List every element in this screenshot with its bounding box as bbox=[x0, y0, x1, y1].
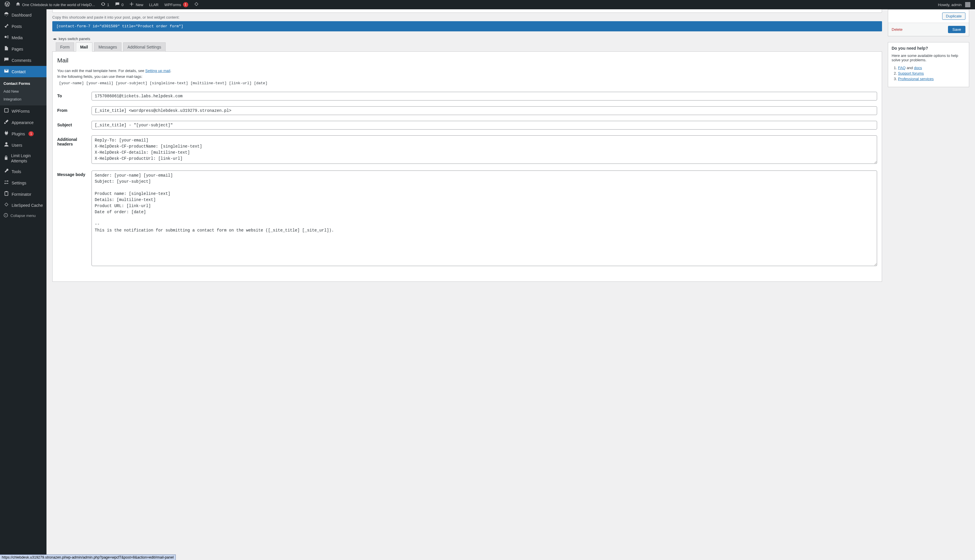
svg-rect-6 bbox=[5, 203, 8, 206]
label-from: From bbox=[57, 106, 89, 113]
help-intro: Here are some available options to help … bbox=[892, 53, 965, 62]
arrows-icon: ◂▸ bbox=[53, 37, 57, 41]
sidebar-item-media[interactable]: Media bbox=[0, 32, 47, 43]
sidebar-label: Users bbox=[12, 143, 22, 148]
input-subject[interactable] bbox=[92, 121, 877, 130]
sidebar-submenu-contact: Contact Forms Add New Integration bbox=[0, 77, 47, 105]
sidebar-item-dashboard[interactable]: Dashboard bbox=[0, 9, 47, 21]
sidebar-item-pages[interactable]: Pages bbox=[0, 43, 47, 55]
wpforms-badge: 1 bbox=[183, 2, 188, 7]
sidebar-item-settings[interactable]: Settings bbox=[0, 177, 47, 188]
collapse-label: Collapse menu bbox=[10, 213, 36, 218]
clipboard-icon bbox=[3, 191, 9, 198]
input-from[interactable] bbox=[92, 106, 877, 115]
save-button[interactable]: Save bbox=[948, 26, 965, 33]
wpforms-item[interactable]: WPForms 1 bbox=[162, 0, 191, 9]
avatar bbox=[965, 2, 970, 7]
sidebar-item-comments[interactable]: Comments bbox=[0, 55, 47, 66]
sidebar-label: Settings bbox=[12, 181, 27, 185]
wpforms-label: WPForms bbox=[165, 3, 181, 7]
sidebar-label: Plugins bbox=[12, 132, 25, 136]
publish-box: Duplicate Delete Save bbox=[888, 9, 969, 36]
sidebar-item-tools[interactable]: Tools bbox=[0, 166, 47, 177]
refresh-icon bbox=[101, 2, 105, 8]
sidebar-item-users[interactable]: Users bbox=[0, 139, 47, 151]
sidebar-label: Posts bbox=[12, 24, 22, 29]
tabs: Form Mail Messages Additional Settings bbox=[52, 42, 882, 52]
mail-panel: Mail You can edit the mail template here… bbox=[52, 52, 882, 282]
sidebar-item-wpforms[interactable]: WPForms bbox=[0, 105, 47, 117]
sidebar-subitem-contact-forms[interactable]: Contact Forms bbox=[0, 80, 47, 87]
input-headers[interactable] bbox=[92, 135, 877, 164]
site-home[interactable]: One Chlebdesk to rule the world of HelpD… bbox=[13, 0, 97, 9]
tab-messages[interactable]: Messages bbox=[94, 42, 122, 52]
sidebar-label: Appearance bbox=[12, 120, 34, 125]
new-item[interactable]: New bbox=[127, 0, 145, 9]
collapse-menu[interactable]: Collapse menu bbox=[0, 211, 47, 221]
sidebar-item-limit-login[interactable]: Limit Login Attempts bbox=[0, 151, 47, 166]
sidebar-label: Media bbox=[12, 35, 23, 40]
sidebar-item-contact[interactable]: Contact bbox=[0, 66, 47, 77]
duplicate-button[interactable]: Duplicate bbox=[942, 12, 965, 20]
keys-hint-text: keys switch panels bbox=[59, 37, 90, 41]
diamond-icon bbox=[3, 202, 9, 208]
dashboard-icon bbox=[3, 12, 9, 18]
input-to[interactable] bbox=[92, 92, 877, 100]
user-icon bbox=[3, 142, 9, 148]
delete-link[interactable]: Delete bbox=[892, 27, 903, 32]
help-item-forums: Support forums bbox=[898, 71, 965, 75]
sidebar-label: Contact bbox=[12, 69, 25, 74]
page-icon bbox=[3, 46, 9, 52]
updates-item[interactable]: 1 bbox=[98, 0, 112, 9]
sidebar-item-posts[interactable]: Posts bbox=[0, 21, 47, 32]
form-icon bbox=[3, 108, 9, 115]
sidebar-item-plugins[interactable]: Plugins 1 bbox=[0, 128, 47, 139]
setting-up-mail-link[interactable]: Setting up mail bbox=[145, 68, 170, 73]
help-item-faq: FAQ and docs bbox=[898, 66, 965, 70]
plugins-badge: 1 bbox=[28, 131, 34, 136]
sidebar-label: LiteSpeed Cache bbox=[12, 203, 43, 208]
faq-link[interactable]: FAQ bbox=[898, 66, 905, 70]
collapse-icon bbox=[3, 213, 8, 218]
wp-logo[interactable] bbox=[2, 0, 12, 9]
plugin-icon bbox=[3, 130, 9, 137]
panel-desc-2: In the following fields, you can use the… bbox=[57, 74, 877, 80]
shortcode-hint: Copy this shortcode and paste it into yo… bbox=[52, 15, 882, 20]
pro-link[interactable]: Professional services bbox=[898, 77, 934, 81]
input-body[interactable] bbox=[92, 170, 877, 266]
svg-point-3 bbox=[5, 142, 7, 144]
llar-item[interactable]: LLAR bbox=[147, 0, 161, 9]
sidebar-label: Tools bbox=[12, 169, 21, 174]
sidebar-item-appearance[interactable]: Appearance bbox=[0, 117, 47, 128]
wordpress-icon bbox=[5, 2, 10, 8]
comments-count: 0 bbox=[122, 3, 123, 7]
sidebar-item-litespeed[interactable]: LiteSpeed Cache bbox=[0, 200, 47, 211]
forums-link[interactable]: Support forums bbox=[898, 71, 924, 75]
sidebar-item-forminator[interactable]: Forminator bbox=[0, 188, 47, 200]
panel-desc-1: You can edit the mail template here. For… bbox=[57, 68, 877, 74]
sidebar-subitem-add-new[interactable]: Add New bbox=[0, 87, 47, 95]
mail-icon bbox=[3, 68, 9, 75]
comment-icon bbox=[3, 57, 9, 63]
shortcode-block[interactable]: [contact-form-7 id="d301589" title="Prod… bbox=[52, 21, 882, 32]
tab-form[interactable]: Form bbox=[56, 42, 74, 52]
comment-icon bbox=[115, 2, 120, 8]
title-input-bottom-edge bbox=[52, 9, 882, 13]
lock-icon bbox=[3, 155, 9, 162]
litespeed-bar-item[interactable] bbox=[192, 0, 201, 9]
sidebar-label: Limit Login Attempts bbox=[11, 153, 43, 163]
sidebar-subitem-integration[interactable]: Integration bbox=[0, 95, 47, 103]
plus-icon bbox=[129, 2, 134, 8]
help-item-pro: Professional services bbox=[898, 77, 965, 81]
new-label: New bbox=[136, 3, 143, 7]
howdy-item[interactable]: Howdy, admin bbox=[936, 0, 973, 9]
comments-item[interactable]: 0 bbox=[113, 0, 126, 9]
tab-mail[interactable]: Mail bbox=[76, 42, 92, 52]
sliders-icon bbox=[3, 180, 9, 186]
tab-additional[interactable]: Additional Settings bbox=[123, 42, 166, 52]
docs-link[interactable]: docs bbox=[914, 66, 922, 70]
panel-title: Mail bbox=[57, 57, 877, 64]
help-title: Do you need help? bbox=[892, 46, 965, 50]
mail-tags: [your-name] [your-email] [your-subject] … bbox=[59, 81, 877, 85]
updates-count: 1 bbox=[107, 3, 109, 7]
